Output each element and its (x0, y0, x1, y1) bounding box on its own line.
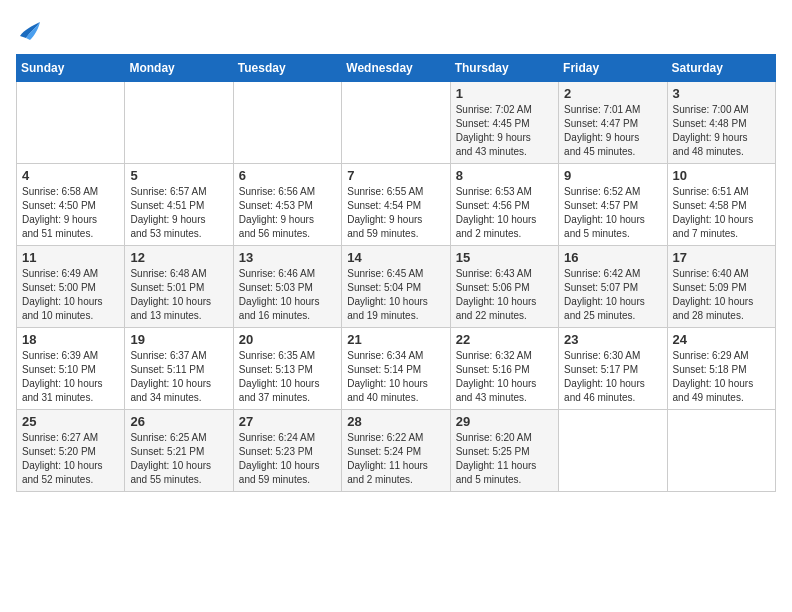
calendar-cell: 26Sunrise: 6:25 AMSunset: 5:21 PMDayligh… (125, 410, 233, 492)
day-info: Sunrise: 6:34 AMSunset: 5:14 PMDaylight:… (347, 349, 444, 405)
day-info: Sunrise: 6:58 AMSunset: 4:50 PMDaylight:… (22, 185, 119, 241)
weekday-header-tuesday: Tuesday (233, 55, 341, 82)
logo (16, 16, 48, 44)
calendar-cell: 19Sunrise: 6:37 AMSunset: 5:11 PMDayligh… (125, 328, 233, 410)
day-number: 2 (564, 86, 661, 101)
day-info: Sunrise: 6:25 AMSunset: 5:21 PMDaylight:… (130, 431, 227, 487)
calendar-table: SundayMondayTuesdayWednesdayThursdayFrid… (16, 54, 776, 492)
calendar-cell: 10Sunrise: 6:51 AMSunset: 4:58 PMDayligh… (667, 164, 775, 246)
day-info: Sunrise: 6:32 AMSunset: 5:16 PMDaylight:… (456, 349, 553, 405)
day-number: 7 (347, 168, 444, 183)
day-info: Sunrise: 6:56 AMSunset: 4:53 PMDaylight:… (239, 185, 336, 241)
day-number: 27 (239, 414, 336, 429)
day-number: 17 (673, 250, 770, 265)
calendar-cell: 4Sunrise: 6:58 AMSunset: 4:50 PMDaylight… (17, 164, 125, 246)
day-info: Sunrise: 6:29 AMSunset: 5:18 PMDaylight:… (673, 349, 770, 405)
calendar-cell (17, 82, 125, 164)
day-info: Sunrise: 6:49 AMSunset: 5:00 PMDaylight:… (22, 267, 119, 323)
day-number: 23 (564, 332, 661, 347)
day-number: 20 (239, 332, 336, 347)
calendar-cell: 8Sunrise: 6:53 AMSunset: 4:56 PMDaylight… (450, 164, 558, 246)
calendar-cell: 22Sunrise: 6:32 AMSunset: 5:16 PMDayligh… (450, 328, 558, 410)
calendar-cell: 5Sunrise: 6:57 AMSunset: 4:51 PMDaylight… (125, 164, 233, 246)
calendar-cell: 18Sunrise: 6:39 AMSunset: 5:10 PMDayligh… (17, 328, 125, 410)
day-number: 18 (22, 332, 119, 347)
day-number: 5 (130, 168, 227, 183)
day-number: 4 (22, 168, 119, 183)
day-info: Sunrise: 6:30 AMSunset: 5:17 PMDaylight:… (564, 349, 661, 405)
calendar-cell: 17Sunrise: 6:40 AMSunset: 5:09 PMDayligh… (667, 246, 775, 328)
weekday-header-friday: Friday (559, 55, 667, 82)
calendar-cell: 14Sunrise: 6:45 AMSunset: 5:04 PMDayligh… (342, 246, 450, 328)
day-info: Sunrise: 6:45 AMSunset: 5:04 PMDaylight:… (347, 267, 444, 323)
weekday-header-monday: Monday (125, 55, 233, 82)
calendar-cell (233, 82, 341, 164)
day-number: 25 (22, 414, 119, 429)
calendar-cell: 15Sunrise: 6:43 AMSunset: 5:06 PMDayligh… (450, 246, 558, 328)
calendar-cell: 12Sunrise: 6:48 AMSunset: 5:01 PMDayligh… (125, 246, 233, 328)
day-number: 24 (673, 332, 770, 347)
day-number: 19 (130, 332, 227, 347)
day-number: 3 (673, 86, 770, 101)
day-number: 10 (673, 168, 770, 183)
day-info: Sunrise: 6:37 AMSunset: 5:11 PMDaylight:… (130, 349, 227, 405)
day-number: 14 (347, 250, 444, 265)
calendar-cell: 2Sunrise: 7:01 AMSunset: 4:47 PMDaylight… (559, 82, 667, 164)
day-info: Sunrise: 6:46 AMSunset: 5:03 PMDaylight:… (239, 267, 336, 323)
day-info: Sunrise: 6:55 AMSunset: 4:54 PMDaylight:… (347, 185, 444, 241)
day-info: Sunrise: 6:27 AMSunset: 5:20 PMDaylight:… (22, 431, 119, 487)
calendar-cell: 27Sunrise: 6:24 AMSunset: 5:23 PMDayligh… (233, 410, 341, 492)
weekday-header-sunday: Sunday (17, 55, 125, 82)
calendar-cell: 23Sunrise: 6:30 AMSunset: 5:17 PMDayligh… (559, 328, 667, 410)
day-number: 12 (130, 250, 227, 265)
day-number: 11 (22, 250, 119, 265)
day-info: Sunrise: 6:51 AMSunset: 4:58 PMDaylight:… (673, 185, 770, 241)
day-info: Sunrise: 6:24 AMSunset: 5:23 PMDaylight:… (239, 431, 336, 487)
calendar-cell: 20Sunrise: 6:35 AMSunset: 5:13 PMDayligh… (233, 328, 341, 410)
day-number: 6 (239, 168, 336, 183)
calendar-cell: 21Sunrise: 6:34 AMSunset: 5:14 PMDayligh… (342, 328, 450, 410)
logo-bird-icon (16, 16, 44, 44)
calendar-cell: 16Sunrise: 6:42 AMSunset: 5:07 PMDayligh… (559, 246, 667, 328)
calendar-cell: 3Sunrise: 7:00 AMSunset: 4:48 PMDaylight… (667, 82, 775, 164)
day-number: 28 (347, 414, 444, 429)
calendar-cell: 11Sunrise: 6:49 AMSunset: 5:00 PMDayligh… (17, 246, 125, 328)
calendar-cell: 29Sunrise: 6:20 AMSunset: 5:25 PMDayligh… (450, 410, 558, 492)
day-number: 1 (456, 86, 553, 101)
day-number: 9 (564, 168, 661, 183)
day-number: 21 (347, 332, 444, 347)
calendar-cell: 9Sunrise: 6:52 AMSunset: 4:57 PMDaylight… (559, 164, 667, 246)
day-number: 13 (239, 250, 336, 265)
day-info: Sunrise: 7:01 AMSunset: 4:47 PMDaylight:… (564, 103, 661, 159)
day-info: Sunrise: 7:02 AMSunset: 4:45 PMDaylight:… (456, 103, 553, 159)
day-number: 8 (456, 168, 553, 183)
day-number: 15 (456, 250, 553, 265)
day-info: Sunrise: 6:48 AMSunset: 5:01 PMDaylight:… (130, 267, 227, 323)
day-number: 29 (456, 414, 553, 429)
weekday-header-wednesday: Wednesday (342, 55, 450, 82)
calendar-cell (559, 410, 667, 492)
day-info: Sunrise: 6:52 AMSunset: 4:57 PMDaylight:… (564, 185, 661, 241)
day-info: Sunrise: 6:53 AMSunset: 4:56 PMDaylight:… (456, 185, 553, 241)
day-info: Sunrise: 6:40 AMSunset: 5:09 PMDaylight:… (673, 267, 770, 323)
calendar-cell: 6Sunrise: 6:56 AMSunset: 4:53 PMDaylight… (233, 164, 341, 246)
day-info: Sunrise: 6:43 AMSunset: 5:06 PMDaylight:… (456, 267, 553, 323)
calendar-cell (342, 82, 450, 164)
weekday-header-saturday: Saturday (667, 55, 775, 82)
page-header (16, 16, 776, 44)
weekday-header-thursday: Thursday (450, 55, 558, 82)
day-number: 22 (456, 332, 553, 347)
calendar-cell: 13Sunrise: 6:46 AMSunset: 5:03 PMDayligh… (233, 246, 341, 328)
day-info: Sunrise: 6:57 AMSunset: 4:51 PMDaylight:… (130, 185, 227, 241)
calendar-cell: 1Sunrise: 7:02 AMSunset: 4:45 PMDaylight… (450, 82, 558, 164)
day-info: Sunrise: 6:42 AMSunset: 5:07 PMDaylight:… (564, 267, 661, 323)
calendar-cell: 24Sunrise: 6:29 AMSunset: 5:18 PMDayligh… (667, 328, 775, 410)
day-number: 16 (564, 250, 661, 265)
calendar-cell (125, 82, 233, 164)
calendar-cell: 25Sunrise: 6:27 AMSunset: 5:20 PMDayligh… (17, 410, 125, 492)
day-info: Sunrise: 6:39 AMSunset: 5:10 PMDaylight:… (22, 349, 119, 405)
calendar-cell (667, 410, 775, 492)
day-info: Sunrise: 6:22 AMSunset: 5:24 PMDaylight:… (347, 431, 444, 487)
day-number: 26 (130, 414, 227, 429)
calendar-cell: 7Sunrise: 6:55 AMSunset: 4:54 PMDaylight… (342, 164, 450, 246)
